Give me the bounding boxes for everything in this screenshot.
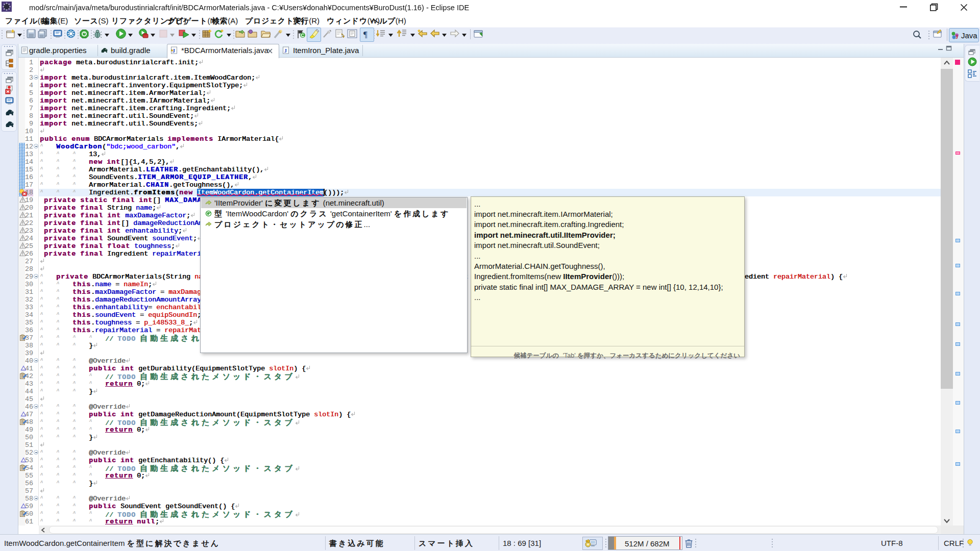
svg-text:J: J [955,34,958,40]
